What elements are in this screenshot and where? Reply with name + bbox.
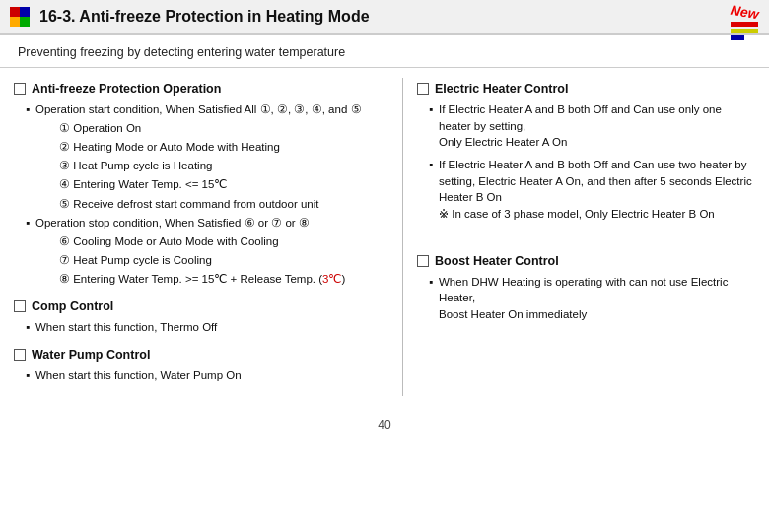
antifreeze-list: Operation start condition, When Satisfie… (14, 101, 388, 288)
sub2-item3: ⑧ Entering Water Temp. >= 15℃ + Release … (49, 271, 388, 288)
boost-label: Boost Heater Control (435, 254, 559, 268)
color-bars (731, 22, 759, 40)
comp-label: Comp Control (32, 299, 113, 313)
section-boost: Boost Heater Control When DHW Heating is… (417, 254, 755, 323)
bar-red (731, 22, 758, 27)
right-column: Electric Heater Control If Electric Heat… (407, 78, 755, 396)
electric-label: Electric Heater Control (435, 82, 568, 96)
comp-header: Comp Control (14, 299, 388, 313)
boost-list: When DHW Heating is operating with can n… (417, 274, 755, 323)
checkbox-icon-1 (14, 83, 26, 95)
page-number: 40 (378, 418, 390, 432)
antifreeze-bullet2: Operation stop condition, When Satisfied… (26, 215, 388, 288)
boost-bullet1: When DHW Heating is operating with can n… (429, 274, 755, 323)
antifreeze-sub2: ⑥ Cooling Mode or Auto Mode with Cooling… (35, 233, 388, 289)
waterpump-header: Water Pump Control (14, 348, 388, 362)
comp-bullet1: When start this function, Thermo Off (26, 319, 388, 336)
sub1-item4: ④ Entering Water Temp. <= 15℃ (49, 176, 388, 193)
page-footer: 40 (0, 410, 769, 437)
left-column: Anti-freeze Protection Operation Operati… (14, 78, 398, 396)
sub1-item1: ① Operation On (49, 120, 388, 137)
page-title: 16-3. Anti-freeze Protection in Heating … (39, 8, 370, 26)
sub2-item2: ⑦ Heat Pump cycle is Cooling (49, 252, 388, 269)
section-antifreeze: Anti-freeze Protection Operation Operati… (14, 82, 388, 288)
waterpump-bullet1: When start this function, Water Pump On (26, 367, 388, 384)
section-electric: Electric Heater Control If Electric Heat… (417, 82, 755, 223)
bar-blue (731, 35, 744, 40)
vertical-divider (402, 78, 403, 396)
waterpump-label: Water Pump Control (32, 348, 150, 362)
comp-list: When start this function, Thermo Off (14, 319, 388, 336)
logo-icon (10, 7, 30, 27)
antifreeze-bullet1: Operation start condition, When Satisfie… (26, 101, 388, 213)
svg-rect-0 (10, 7, 20, 17)
electric-list: If Electric Heater A and B both Off and … (417, 101, 755, 223)
svg-rect-3 (20, 17, 30, 27)
new-badge: New (731, 4, 759, 40)
svg-rect-2 (10, 17, 20, 27)
sub1-item3: ③ Heat Pump cycle is Heating (49, 158, 388, 174)
sub1-item2: ② Heating Mode or Auto Mode with Heating (49, 139, 388, 156)
subtitle: Preventing freezing by detecting enterin… (0, 35, 769, 68)
sub2-item1: ⑥ Cooling Mode or Auto Mode with Cooling (49, 233, 388, 250)
antifreeze-sub1: ① Operation On ② Heating Mode or Auto Mo… (35, 120, 388, 213)
electric-bullet1: If Electric Heater A and B both Off and … (429, 101, 755, 151)
checkbox-icon-3 (14, 349, 26, 361)
section-comp: Comp Control When start this function, T… (14, 299, 388, 336)
antifreeze-header: Anti-freeze Protection Operation (14, 82, 388, 96)
checkbox-icon-4 (417, 83, 429, 95)
page-header: 16-3. Anti-freeze Protection in Heating … (0, 0, 769, 35)
svg-rect-1 (20, 7, 30, 17)
checkbox-icon-2 (14, 300, 26, 312)
new-label: New (730, 2, 760, 23)
boost-header: Boost Heater Control (417, 254, 755, 268)
bar-yellow (731, 29, 758, 33)
sub1-item5: ⑤ Receive defrost start command from out… (49, 196, 388, 213)
waterpump-list: When start this function, Water Pump On (14, 367, 388, 384)
section-waterpump: Water Pump Control When start this funct… (14, 348, 388, 384)
main-content: Anti-freeze Protection Operation Operati… (0, 68, 769, 406)
checkbox-icon-5 (417, 255, 429, 267)
antifreeze-label: Anti-freeze Protection Operation (32, 82, 221, 96)
electric-header: Electric Heater Control (417, 82, 755, 96)
electric-bullet2: If Electric Heater A and B both Off and … (429, 157, 755, 223)
